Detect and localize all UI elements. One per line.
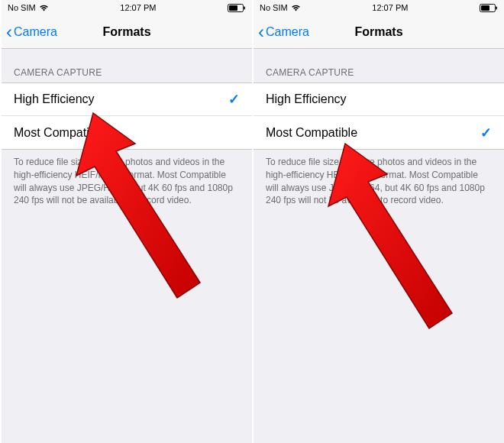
battery-icon: [228, 4, 246, 12]
checkmark-icon: ✓: [480, 124, 492, 141]
option-label: High Efficiency: [266, 92, 347, 106]
back-button[interactable]: ‹ Camera: [258, 23, 309, 41]
status-bar: No SIM 12:07 PM: [2, 0, 252, 15]
page-title: Formats: [102, 25, 150, 39]
wifi-icon: [291, 4, 301, 11]
battery-icon: [480, 4, 498, 12]
chevron-left-icon: ‹: [258, 23, 264, 41]
svg-rect-5: [481, 5, 489, 11]
carrier-label: No SIM: [8, 3, 36, 12]
clock-label: 12:07 PM: [372, 3, 408, 12]
page-title: Formats: [354, 25, 402, 39]
option-high-efficiency[interactable]: High Efficiency ✓: [2, 83, 252, 116]
nav-bar: ‹ Camera Formats: [254, 15, 504, 49]
carrier-label: No SIM: [260, 3, 288, 12]
section-header: CAMERA CAPTURE: [254, 49, 504, 82]
section-footer: To reduce file size, capture photos and …: [2, 150, 252, 213]
svg-rect-2: [244, 6, 246, 9]
format-options-group: High Efficiency ✓ Most Compatible: [2, 82, 252, 150]
nav-bar: ‹ Camera Formats: [2, 15, 252, 49]
format-options-group: High Efficiency Most Compatible ✓: [254, 82, 504, 150]
option-label: Most Compatible: [266, 126, 357, 140]
checkmark-icon: ✓: [228, 91, 240, 108]
clock-label: 12:07 PM: [120, 3, 156, 12]
status-bar: No SIM 12:07 PM: [254, 0, 504, 15]
wifi-icon: [39, 4, 49, 11]
option-label: Most Compatible: [14, 126, 105, 140]
section-header: CAMERA CAPTURE: [2, 49, 252, 82]
chevron-left-icon: ‹: [6, 23, 12, 41]
option-most-compatible[interactable]: Most Compatible ✓: [254, 116, 504, 149]
option-high-efficiency[interactable]: High Efficiency: [254, 83, 504, 116]
screenshot-right: No SIM 12:07 PM ‹ Camera Formats CAMERA …: [252, 0, 504, 443]
svg-rect-6: [496, 6, 498, 9]
back-label: Camera: [266, 25, 309, 39]
screenshot-left: No SIM 12:07 PM ‹ Camera Formats CAMERA …: [0, 0, 252, 443]
back-label: Camera: [14, 25, 57, 39]
option-label: High Efficiency: [14, 92, 95, 106]
svg-rect-1: [229, 5, 237, 11]
option-most-compatible[interactable]: Most Compatible: [2, 116, 252, 149]
back-button[interactable]: ‹ Camera: [6, 23, 57, 41]
section-footer: To reduce file size, capture photos and …: [254, 150, 504, 213]
